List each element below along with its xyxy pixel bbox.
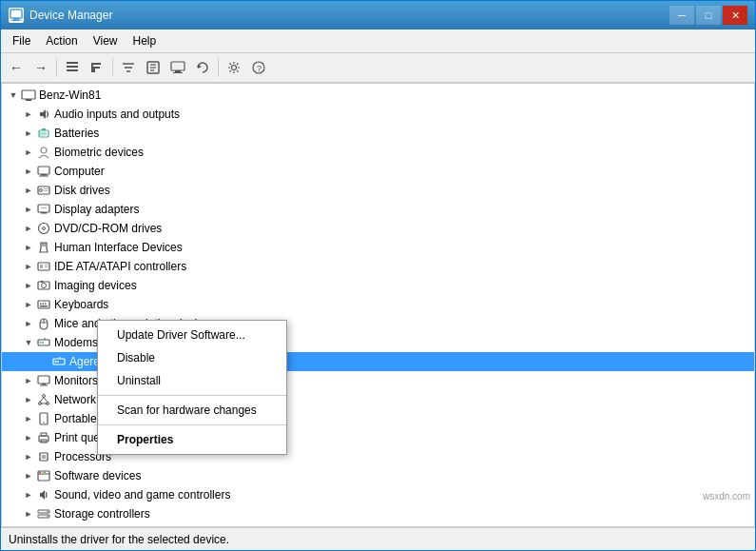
list-item[interactable]: ► IDE ATA/ATAPI controllers [2, 257, 754, 276]
list-item[interactable]: ► Computer [2, 162, 754, 181]
expander[interactable]: ► [21, 126, 36, 141]
tree-item-label: System devices [54, 526, 134, 527]
menu-action[interactable]: Action [38, 31, 85, 50]
expander[interactable]: ► [21, 373, 36, 388]
list-item[interactable]: ► Biometric devices [2, 143, 754, 162]
svg-rect-42 [40, 265, 43, 268]
svg-line-70 [44, 398, 48, 403]
menu-file[interactable]: File [5, 31, 38, 50]
expander[interactable]: ► [21, 297, 36, 312]
svg-text:?: ? [257, 64, 262, 73]
expander[interactable]: ► [21, 392, 36, 407]
list-item[interactable]: ► Imaging devices [2, 276, 754, 295]
minimize-button[interactable]: ─ [669, 6, 694, 25]
hid-icon [36, 240, 51, 255]
svg-rect-52 [40, 305, 48, 307]
list-item[interactable]: ► Audio inputs and outputs [2, 105, 754, 124]
toolbar-sep-3 [218, 58, 219, 77]
list-item[interactable]: ► Disk drives [2, 181, 754, 200]
maximize-button[interactable]: □ [696, 6, 721, 25]
svg-rect-15 [175, 70, 181, 72]
svg-rect-0 [10, 10, 22, 18]
svg-rect-78 [42, 455, 46, 459]
svg-rect-3 [67, 66, 78, 68]
svg-point-61 [57, 361, 59, 363]
ctx-update-driver[interactable]: Update Driver Software... [98, 324, 286, 346]
tree-item-label: DVD/CD-ROM drives [54, 222, 162, 235]
tree-item-label: Batteries [54, 127, 99, 140]
help-button[interactable]: ? [247, 56, 270, 79]
menu-bar: File Action View Help [1, 30, 755, 53]
tree-item-label: Disk drives [54, 184, 110, 197]
svg-point-18 [232, 66, 237, 70]
properties-button[interactable] [142, 56, 165, 79]
svg-point-91 [47, 516, 48, 517]
svg-point-57 [42, 342, 44, 344]
modem-device-icon [51, 354, 67, 369]
printer-icon [36, 430, 51, 445]
expander[interactable]: ► [21, 202, 36, 217]
keyboard-icon [36, 297, 51, 312]
list-item[interactable]: ► Storage controllers [2, 504, 754, 523]
filter-button[interactable] [117, 56, 140, 79]
expander[interactable]: ► [21, 468, 36, 483]
svg-point-85 [39, 472, 41, 474]
tree-item-label: Display adapters [54, 203, 139, 216]
expander[interactable]: ▼ [21, 335, 36, 350]
expander[interactable]: ► [21, 316, 36, 331]
forward-button[interactable]: → [29, 56, 52, 79]
expander[interactable]: ► [21, 107, 36, 122]
list-item[interactable]: ► System devices [2, 523, 754, 527]
svg-point-31 [40, 189, 43, 192]
ctx-sep-1 [98, 395, 286, 396]
back-button[interactable]: ← [5, 56, 28, 79]
mouse-icon [36, 316, 51, 331]
ctx-disable[interactable]: Disable [98, 346, 286, 369]
list-item[interactable]: ► Software devices [2, 466, 754, 485]
list-item[interactable]: ► DVD/CD-ROM drives [2, 219, 754, 238]
ctx-properties[interactable]: Properties [98, 428, 286, 451]
network-icon [36, 392, 51, 407]
batteries-icon [36, 126, 51, 141]
list-item[interactable]: ► Human Interface Devices [2, 238, 754, 257]
settings-button[interactable] [223, 56, 245, 79]
expander[interactable]: ► [21, 430, 36, 445]
audio-icon [36, 107, 51, 122]
expander[interactable]: ► [21, 411, 36, 426]
root-expander[interactable]: ▼ [6, 88, 21, 103]
close-button[interactable]: ✕ [723, 6, 747, 25]
ctx-scan-hardware[interactable]: Scan for hardware changes [98, 399, 286, 422]
device-tree[interactable]: ▼ Benz-Win81 ► Audio inputs and outputs … [1, 83, 755, 527]
svg-rect-14 [171, 62, 184, 70]
expander[interactable]: ► [21, 278, 36, 293]
menu-help[interactable]: Help [126, 31, 165, 50]
svg-rect-75 [41, 433, 47, 436]
tree-item-label: Human Interface Devices [54, 241, 183, 254]
list-item[interactable]: ► Display adapters [2, 200, 754, 219]
expander[interactable]: ► [21, 259, 36, 274]
expander[interactable]: ► [21, 487, 36, 502]
list-item[interactable]: ► Keyboards [2, 295, 754, 314]
expander[interactable]: ► [21, 221, 36, 236]
expander[interactable]: ► [21, 525, 36, 527]
ctx-uninstall[interactable]: Uninstall [98, 369, 286, 392]
computer-button[interactable] [166, 56, 189, 79]
expander[interactable]: ► [21, 240, 36, 255]
tree-item-label: Monitors [54, 374, 98, 387]
expander[interactable]: ► [21, 183, 36, 198]
menu-view[interactable]: View [86, 31, 126, 50]
tree-item-label: Sound, video and game controllers [54, 488, 230, 502]
list-item[interactable]: ► Sound, video and game controllers [2, 485, 754, 504]
svg-rect-47 [41, 281, 43, 283]
expand-button[interactable] [86, 56, 108, 79]
expander[interactable]: ► [21, 506, 36, 521]
list-item[interactable]: ► Batteries [2, 124, 754, 143]
window-title: Device Manager [29, 9, 112, 22]
expander[interactable]: ► [21, 164, 36, 179]
expander[interactable]: ► [21, 449, 36, 464]
expander[interactable]: ► [21, 145, 36, 160]
tree-root[interactable]: ▼ Benz-Win81 [2, 86, 754, 105]
collapse-button[interactable] [61, 56, 84, 79]
app-icon [9, 8, 24, 23]
refresh-button[interactable] [191, 56, 214, 79]
